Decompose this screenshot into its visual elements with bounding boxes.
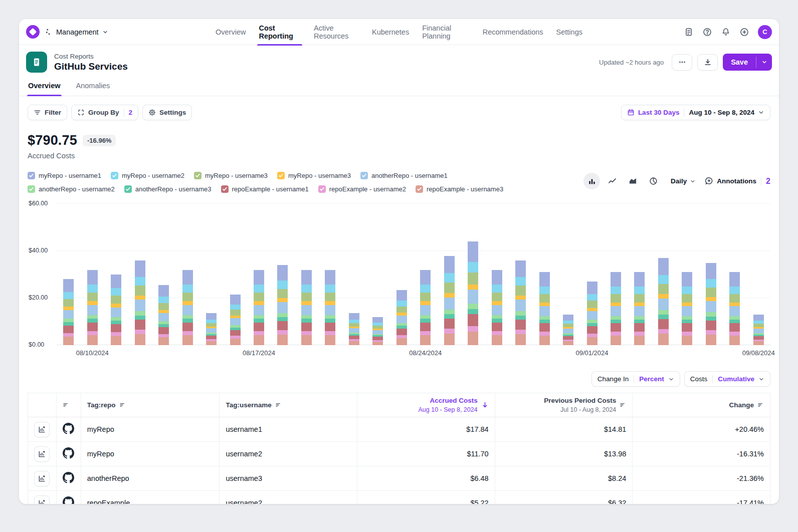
top-navigation-bar: Management OverviewCost ReportingActive … [19,19,779,45]
stacked-bar[interactable] [563,315,573,345]
nav-item-active-resources[interactable]: Active Resources [307,19,365,45]
legend-checkbox[interactable] [416,185,423,193]
date-range-picker[interactable]: Last 30 Days Aug 10 - Sep 8, 2024 [621,105,770,120]
stacked-bar[interactable] [468,241,478,345]
row-action-cell [28,417,57,442]
help-icon[interactable] [702,27,712,37]
tab-overview[interactable]: Overview [27,77,62,96]
stacked-bar[interactable] [254,270,264,345]
stacked-bar[interactable] [658,258,669,345]
line-chart-toggle[interactable] [604,173,621,189]
change-in-dropdown[interactable]: Change In Percent [591,371,680,387]
nav-item-financial-planning[interactable]: Financial Planning [416,19,476,45]
stacked-bar[interactable] [396,290,407,345]
stacked-bar[interactable] [706,263,716,345]
save-options-button[interactable] [756,54,772,71]
legend-item[interactable]: repoExample - username1 [221,185,309,193]
settings-button[interactable]: Settings [142,105,192,120]
legend-checkbox[interactable] [28,172,35,179]
legend-item[interactable]: myRepo - username3 [277,172,351,179]
legend-item[interactable]: myRepo - username1 [28,172,101,179]
stacked-bar[interactable] [587,282,597,345]
open-row-report-button[interactable] [34,422,50,437]
nav-item-recommendations[interactable]: Recommendations [476,19,550,45]
legend-checkbox[interactable] [318,185,326,193]
create-new-icon[interactable] [739,27,749,37]
bar-chart-toggle[interactable] [583,173,600,189]
legend-checkbox[interactable] [360,172,368,179]
report-tabs: Overview Anomalies [19,77,779,96]
bar-segment [444,319,455,329]
legend-item[interactable]: anotherRepo - username1 [360,172,448,179]
stacked-bar[interactable] [634,272,645,345]
breadcrumb[interactable]: Cost Reports [54,53,128,60]
nav-item-kubernetes[interactable]: Kubernetes [365,19,416,45]
area-chart-toggle[interactable] [625,173,641,189]
stacked-bar[interactable] [301,270,312,345]
column-accrued-costs[interactable]: Accrued CostsAug 10 - Sep 8, 2024 [363,396,489,414]
open-row-report-button[interactable] [34,446,50,462]
tab-anomalies[interactable]: Anomalies [75,77,111,96]
legend-item[interactable]: myRepo - username2 [111,172,184,179]
stacked-bar[interactable] [63,279,74,345]
stacked-bar[interactable] [539,272,550,345]
open-row-report-button[interactable] [34,495,50,504]
docs-icon[interactable] [684,27,694,37]
stacked-bar[interactable] [444,256,455,345]
stacked-bar[interactable] [111,275,121,345]
more-actions-button[interactable] [672,54,692,71]
column-change[interactable]: Change [639,401,764,409]
legend-checkbox[interactable] [221,185,229,193]
legend-checkbox[interactable] [194,172,202,179]
legend-checkbox[interactable] [124,185,132,193]
stacked-bar[interactable] [158,285,169,345]
column-previous-period[interactable]: Previous Period CostsJul 10 - Aug 8, 202… [501,396,627,414]
costs-dropdown[interactable]: Costs Cumulative [684,371,770,387]
stacked-bar[interactable] [349,313,359,345]
legend-item[interactable]: myRepo - username3 [194,172,268,179]
legend-checkbox[interactable] [277,172,285,179]
granularity-dropdown[interactable]: Daily [671,177,696,185]
stacked-bar[interactable] [182,270,193,345]
save-button[interactable]: Save [723,54,756,71]
legend-item[interactable]: anotherRepo - username2 [28,185,115,193]
chevron-down-icon [758,376,764,382]
stacked-bar[interactable] [206,313,217,345]
stacked-bar[interactable] [753,315,764,345]
legend-item[interactable]: repoExample - username3 [416,185,503,193]
stacked-bar[interactable] [372,317,383,345]
kpi-label: Accrued Costs [28,152,770,160]
open-row-report-button[interactable] [34,471,50,486]
pie-chart-toggle[interactable] [645,173,662,189]
group-by-button[interactable]: Group By 2 [71,105,138,120]
stacked-bar[interactable] [420,270,431,345]
stacked-bar[interactable] [611,272,621,345]
stacked-bar[interactable] [230,295,241,345]
stacked-bar[interactable] [492,270,502,345]
column-tag-username[interactable]: Tag:username [226,401,351,409]
legend-item[interactable]: repoExample - username2 [318,185,406,193]
nav-item-settings[interactable]: Settings [550,19,589,45]
download-button[interactable] [697,54,718,71]
user-avatar[interactable]: C [758,25,772,39]
legend-item[interactable]: anotherRepo - username3 [124,185,212,193]
annotations-toggle[interactable]: Annotations 2 [705,177,770,186]
provider-sort[interactable] [63,402,75,408]
stacked-bar[interactable] [325,270,335,345]
legend-checkbox[interactable] [28,185,35,193]
stacked-bar[interactable] [515,260,526,345]
stacked-bar[interactable] [87,270,98,345]
filter-button[interactable]: Filter [28,105,67,120]
stacked-bar[interactable] [729,272,740,345]
legend-checkbox[interactable] [111,172,118,179]
stacked-bar[interactable] [277,265,288,345]
stacked-bar[interactable] [682,272,692,345]
column-tag-repo[interactable]: Tag:repo [87,401,214,409]
workspace-switcher[interactable]: Management [45,28,108,36]
bar-segment [325,323,335,331]
nav-item-overview[interactable]: Overview [209,19,252,45]
notifications-bell-icon[interactable] [721,27,731,37]
nav-item-cost-reporting[interactable]: Cost Reporting [252,19,307,45]
stacked-bar[interactable] [135,260,145,345]
vantage-logo-icon[interactable] [26,25,40,39]
